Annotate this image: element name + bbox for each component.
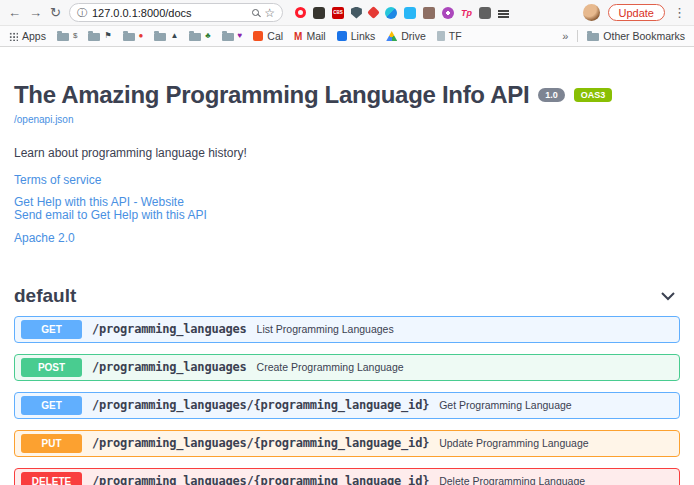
bookmark-item[interactable]: ● [123,31,144,41]
bookmark-item[interactable]: ▲ [154,31,178,41]
browser-toolbar: ← → ↻ ⓘ 127.0.0.1:8000/docs ☆ CBSTp Upda… [0,0,694,26]
endpoint-path: /programming_languages/{programming_lang… [92,474,429,485]
folder-icon [189,33,201,41]
page-title: The Amazing Programming Language Info AP… [14,81,529,109]
method-badge: GET [21,320,82,339]
endpoint-path: /programming_languages/{programming_lang… [92,398,429,412]
bookmark-label: Apps [22,30,46,42]
url-text[interactable]: 127.0.0.1:8000/docs [92,7,247,19]
method-badge: GET [21,396,82,415]
terms-of-service-link[interactable]: Terms of service [14,173,101,187]
blue-app-icon [337,31,347,41]
bookmarks-list: Apps$⚑●▲♣♥CalMMailLinksDriveTF [9,30,462,42]
folder-icon [88,33,100,41]
license-link[interactable]: Apache 2.0 [14,231,75,245]
bookmark-item[interactable]: Drive [386,30,426,42]
api-description: Learn about programming language history… [14,146,680,160]
bookmark-item[interactable]: Links [337,30,376,42]
bookmarks-overflow-icon[interactable]: » [562,30,568,42]
bookmark-label: TF [449,30,462,42]
contact-links: Get Help with this API - Website Send em… [14,196,680,222]
bookmark-item[interactable]: ⚑ [88,31,111,41]
version-badge: 1.0 [538,88,565,103]
endpoint-path: /programming_languages [92,322,247,336]
bookmark-label: Cal [267,30,283,42]
email-help-link[interactable]: Send email to Get Help with this API [14,209,207,222]
bookmarks-right: » Other Bookmarks [562,30,685,42]
endpoint-summary: Update Programming Language [439,437,588,449]
address-bar[interactable]: ⓘ 127.0.0.1:8000/docs ☆ [69,3,283,22]
reload-icon[interactable]: ↻ [50,6,61,19]
method-badge: DELETE [21,472,82,485]
endpoint-list: GET /programming_languages List Programm… [14,316,680,485]
title-row: The Amazing Programming Language Info AP… [14,81,680,109]
update-button[interactable]: Update [608,4,665,21]
bookmark-item[interactable]: TF [437,30,462,42]
extensions-area: CBSTp [295,7,509,19]
section-default-header[interactable]: default [14,285,680,316]
back-icon[interactable]: ← [8,6,21,19]
endpoint-row[interactable]: PUT /programming_languages/{programming_… [14,430,680,457]
swagger-page: The Amazing Programming Language Info AP… [0,47,694,485]
pen-extension-icon[interactable] [385,7,397,19]
bookmark-item[interactable]: ♣ [189,31,210,41]
section-title: default [14,285,76,307]
menu-dots-icon[interactable]: ⋮ [673,5,686,20]
forward-icon[interactable]: → [29,6,42,19]
chevron-down-icon [660,291,676,301]
bookmark-glyph: ● [139,32,144,40]
endpoint-row[interactable]: GET /programming_languages List Programm… [14,316,680,343]
endpoint-summary: Create Programming Language [257,361,404,373]
endpoint-path: /programming_languages [92,360,247,374]
bookmark-item[interactable]: ♥ [222,31,243,41]
doc-icon [437,31,445,41]
other-bookmarks[interactable]: Other Bookmarks [587,30,685,42]
pixel-art-extension-icon[interactable] [423,7,435,19]
bookmark-label: Drive [401,30,426,42]
bookmark-item[interactable]: Apps [9,30,46,42]
magnifier-icon[interactable] [252,9,259,16]
profile-avatar[interactable] [583,4,600,21]
bookmarks-divider [577,30,578,42]
bookmark-glyph: ♥ [238,32,243,40]
bookmark-label: Mail [306,30,325,42]
folder-icon [57,33,69,41]
bookmark-label: Links [351,30,376,42]
tp-extension-icon[interactable]: Tp [461,8,472,18]
gmail-icon: M [294,31,302,42]
bookmark-item[interactable]: $ [57,31,77,41]
bookmark-item[interactable]: Cal [253,30,283,42]
bookmark-star-icon[interactable]: ☆ [264,6,275,20]
folder-icon [222,33,234,41]
bookmark-glyph: ▲ [170,32,178,40]
toolbar-right-group: Update ⋮ [583,4,686,21]
other-bookmarks-label: Other Bookmarks [603,30,685,42]
diamond-extension-icon[interactable] [367,6,380,19]
folder-icon [123,33,135,41]
openapi-spec-link[interactable]: /openapi.json [14,114,74,125]
bookmark-glyph: $ [73,32,77,40]
bookmark-item[interactable]: MMail [294,30,326,42]
endpoint-path: /programming_languages/{programming_lang… [92,436,429,450]
shield-extension-icon[interactable] [351,7,362,19]
cbs-extension-icon[interactable]: CBS [332,7,344,19]
bookmark-glyph: ⚑ [104,32,111,40]
list-extension-icon[interactable] [498,8,509,18]
site-info-icon[interactable]: ⓘ [77,6,87,20]
endpoint-row[interactable]: DELETE /programming_languages/{programmi… [14,468,680,485]
opera-extension-icon[interactable] [295,7,306,18]
dark-app-extension-icon[interactable] [313,7,325,19]
flower-extension-icon[interactable] [442,7,454,19]
method-badge: POST [21,358,82,377]
method-badge: PUT [21,434,82,453]
website-help-link[interactable]: Get Help with this API - Website [14,196,184,209]
endpoint-summary: Get Programming Language [439,399,572,411]
bookmark-glyph: ♣ [205,32,210,40]
note-extension-icon[interactable] [479,7,491,19]
blue-square-extension-icon[interactable] [404,7,416,19]
bookmarks-bar: Apps$⚑●▲♣♥CalMMailLinksDriveTF » Other B… [0,26,694,47]
endpoint-row[interactable]: GET /programming_languages/{programming_… [14,392,680,419]
oas3-badge[interactable]: OAS3 [574,88,613,103]
endpoint-summary: Delete Programming Language [439,475,585,485]
endpoint-row[interactable]: POST /programming_languages Create Progr… [14,354,680,381]
